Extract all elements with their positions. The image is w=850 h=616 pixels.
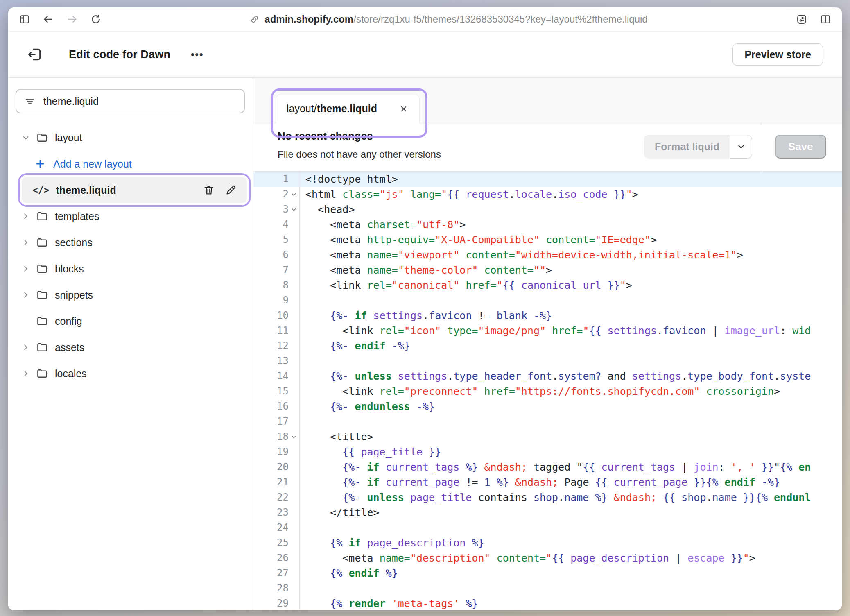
trash-icon[interactable] bbox=[203, 184, 215, 196]
code-line-11[interactable]: 11 <link rel="icon" type="image/png" hre… bbox=[253, 323, 842, 338]
fold-spacer bbox=[289, 444, 298, 460]
forward-icon[interactable] bbox=[66, 14, 78, 25]
sidebar-item-layout[interactable]: layout bbox=[8, 125, 253, 151]
code-line-29[interactable]: 29 {% render 'meta-tags' %} bbox=[253, 596, 842, 610]
code-text: <meta name="theme-color" content=""> bbox=[300, 263, 552, 278]
sidebar-item-sections[interactable]: sections bbox=[8, 229, 253, 256]
file-search[interactable] bbox=[16, 89, 245, 113]
search-input[interactable] bbox=[43, 95, 236, 108]
code-line-15[interactable]: 15 <link rel="preconnect" href="https://… bbox=[253, 384, 842, 399]
address-bar[interactable]: admin.shopify.com/store/rzq1xu-f5/themes… bbox=[114, 14, 784, 25]
line-number: 28 bbox=[277, 581, 289, 596]
code-line-8[interactable]: 8 <link rel="canonical" href="{{ canonic… bbox=[253, 278, 842, 293]
sidebar-item-blocks[interactable]: blocks bbox=[8, 256, 253, 282]
code-text: <meta name="viewport" content="width=dev… bbox=[300, 247, 743, 263]
gutter: 29 bbox=[253, 596, 300, 610]
code-line-10[interactable]: 10 {%- if settings.favicon != blank -%} bbox=[253, 308, 842, 323]
chevron-right-icon[interactable] bbox=[21, 290, 30, 299]
gutter: 1 bbox=[253, 172, 300, 187]
code-lines: 1<!doctype html>2<html class="js" lang="… bbox=[253, 172, 842, 610]
page-settings-icon[interactable] bbox=[796, 14, 807, 25]
close-icon[interactable] bbox=[399, 104, 409, 114]
code-line-27[interactable]: 27 {% endif %} bbox=[253, 566, 842, 581]
url-text: admin.shopify.com/store/rzq1xu-f5/themes… bbox=[264, 14, 647, 25]
sidebar-item-locales[interactable]: locales bbox=[8, 360, 253, 387]
line-number: 4 bbox=[283, 217, 289, 232]
format-liquid-button[interactable]: Format liquid bbox=[644, 135, 730, 159]
no-versions-subtitle: File does not have any other versions bbox=[278, 149, 441, 160]
browser-toolbar: admin.shopify.com/store/rzq1xu-f5/themes… bbox=[8, 7, 842, 32]
code-editor[interactable]: 1<!doctype html>2<html class="js" lang="… bbox=[253, 172, 842, 610]
pencil-icon[interactable] bbox=[225, 184, 237, 196]
sidebar-item-config[interactable]: config bbox=[8, 308, 253, 334]
gutter: 25 bbox=[253, 535, 300, 550]
code-line-21[interactable]: 21 {%- if current_page != 1 %} &ndash; P… bbox=[253, 475, 842, 490]
code-text bbox=[300, 293, 305, 308]
code-line-19[interactable]: 19 {{ page_title }} bbox=[253, 444, 842, 460]
code-line-28[interactable]: 28 bbox=[253, 581, 842, 596]
file-theme-liquid[interactable]: </>theme.liquid bbox=[22, 177, 247, 203]
gutter: 8 bbox=[253, 278, 300, 293]
code-line-23[interactable]: 23 </title> bbox=[253, 505, 842, 520]
code-line-24[interactable]: 24 bbox=[253, 520, 842, 535]
folder-icon bbox=[36, 131, 48, 144]
code-line-9[interactable]: 9 bbox=[253, 293, 842, 308]
chevron-right-icon[interactable] bbox=[21, 369, 30, 378]
code-line-18[interactable]: 18 <title> bbox=[253, 429, 842, 444]
chevron-down-icon[interactable] bbox=[21, 133, 30, 142]
fold-spacer bbox=[289, 566, 298, 581]
sidebar-item-assets[interactable]: assets bbox=[8, 334, 253, 360]
fold-chevron-icon[interactable] bbox=[289, 429, 298, 444]
preview-store-button[interactable]: Preview store bbox=[732, 43, 823, 66]
sidebar-item-snippets[interactable]: snippets bbox=[8, 282, 253, 308]
code-line-2[interactable]: 2<html class="js" lang="{{ request.local… bbox=[253, 187, 842, 202]
code-line-20[interactable]: 20 {%- if current_tags %} &ndash; tagged… bbox=[253, 460, 842, 475]
sidebar-toggle-icon[interactable] bbox=[19, 14, 30, 25]
back-icon[interactable] bbox=[43, 14, 54, 25]
gutter: 28 bbox=[253, 581, 300, 596]
code-text: <meta name="description" content="{{ pag… bbox=[300, 550, 755, 566]
browser-window: admin.shopify.com/store/rzq1xu-f5/themes… bbox=[8, 7, 842, 610]
code-line-17[interactable]: 17 bbox=[253, 414, 842, 429]
split-view-icon[interactable] bbox=[820, 14, 831, 25]
code-line-7[interactable]: 7 <meta name="theme-color" content=""> bbox=[253, 263, 842, 278]
code-line-1[interactable]: 1<!doctype html> bbox=[253, 172, 842, 187]
fold-chevron-icon[interactable] bbox=[289, 187, 298, 202]
fold-spacer bbox=[289, 293, 298, 308]
chevron-right-icon[interactable] bbox=[21, 238, 30, 247]
code-line-22[interactable]: 22 {%- unless page_title contains shop.n… bbox=[253, 490, 842, 505]
line-number: 19 bbox=[277, 444, 289, 460]
code-line-25[interactable]: 25 {% if page_description %} bbox=[253, 535, 842, 550]
code-text: {% if page_description %} bbox=[300, 535, 484, 550]
code-line-12[interactable]: 12 {%- endif -%} bbox=[253, 338, 842, 353]
code-line-16[interactable]: 16 {%- endunless -%} bbox=[253, 399, 842, 414]
fold-spacer bbox=[289, 460, 298, 475]
gutter: 10 bbox=[253, 308, 300, 323]
chevron-down-icon[interactable] bbox=[730, 135, 752, 159]
line-number: 5 bbox=[283, 232, 289, 247]
sidebar-item-templates[interactable]: templates bbox=[8, 203, 253, 229]
code-line-26[interactable]: 26 <meta name="description" content="{{ … bbox=[253, 550, 842, 566]
fold-chevron-icon[interactable] bbox=[289, 202, 298, 217]
chevron-right-icon[interactable] bbox=[21, 343, 30, 352]
tab-path: layout/ bbox=[287, 103, 317, 115]
code-line-14[interactable]: 14 {%- unless settings.type_header_font.… bbox=[253, 369, 842, 384]
code-line-6[interactable]: 6 <meta name="viewport" content="width=d… bbox=[253, 247, 842, 263]
code-line-13[interactable]: 13 bbox=[253, 353, 842, 369]
code-text: <meta http-equiv="X-UA-Compatible" conte… bbox=[300, 232, 657, 247]
code-line-5[interactable]: 5 <meta http-equiv="X-UA-Compatible" con… bbox=[253, 232, 842, 247]
folder-icon bbox=[36, 289, 48, 301]
more-actions-icon[interactable]: ••• bbox=[191, 49, 203, 60]
line-number: 3 bbox=[283, 202, 289, 217]
tab-layout-theme-liquid[interactable]: layout/theme.liquid bbox=[276, 94, 420, 123]
exit-icon[interactable] bbox=[27, 47, 43, 62]
folder-icon bbox=[36, 236, 48, 249]
reload-icon[interactable] bbox=[90, 14, 102, 25]
code-line-4[interactable]: 4 <meta charset="utf-8"> bbox=[253, 217, 842, 232]
add-a-new-layout-button[interactable]: Add a new layout bbox=[8, 151, 253, 177]
gutter: 18 bbox=[253, 429, 300, 444]
chevron-right-icon[interactable] bbox=[21, 264, 30, 273]
chevron-right-icon[interactable] bbox=[21, 212, 30, 221]
code-line-3[interactable]: 3 <head> bbox=[253, 202, 842, 217]
gutter: 5 bbox=[253, 232, 300, 247]
